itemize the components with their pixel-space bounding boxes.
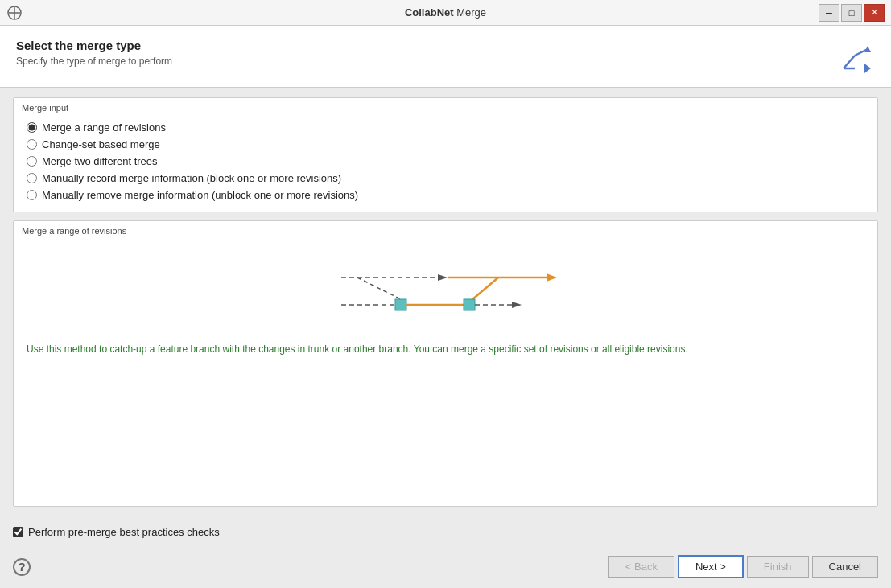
radio-label-3: Merge two different trees [42, 155, 158, 167]
svg-line-3 [844, 56, 855, 68]
next-button[interactable]: Next > [678, 555, 744, 578]
minimize-button[interactable]: ─ [819, 4, 839, 22]
footer-divider [13, 545, 878, 545]
back-button[interactable]: < Back [608, 556, 674, 578]
pre-merge-checkbox[interactable] [13, 527, 23, 537]
radio-label-2: Change-set based merge [42, 138, 160, 150]
radio-input-3[interactable] [27, 156, 37, 167]
restore-button[interactable]: □ [841, 4, 862, 22]
svg-marker-18 [512, 302, 522, 308]
svg-line-19 [357, 278, 401, 299]
diagram-panel: Merge a range of revisions [13, 220, 878, 507]
window-title: CollabNet Merge [0, 6, 891, 19]
pre-merge-checkbox-row[interactable]: Perform pre-merge best practices checks [13, 523, 878, 541]
header-section: Select the merge type Specify the type o… [0, 26, 891, 88]
svg-rect-14 [395, 299, 406, 310]
radio-input-1[interactable] [27, 122, 37, 133]
merge-input-label: Merge input [14, 98, 877, 116]
radio-label-4: Manually record merge information (block… [42, 172, 341, 184]
svg-marker-7 [864, 64, 871, 73]
title-bar: CollabNet Merge ─ □ ✕ [0, 0, 891, 26]
footer-area: Perform pre-merge best practices checks … [0, 516, 891, 588]
diagram-svg [309, 255, 583, 327]
header-title: Select the merge type [16, 39, 172, 52]
merge-icon [836, 39, 875, 77]
diagram-description: Use this method to catch-up a feature br… [14, 335, 877, 366]
finish-button[interactable]: Finish [747, 556, 809, 578]
radio-label-5: Manually remove merge information (unblo… [42, 189, 358, 201]
radio-option-1[interactable]: Merge a range of revisions [27, 119, 864, 136]
diagram-panel-label: Merge a range of revisions [14, 221, 877, 239]
merge-input-options: Merge a range of revisions Change-set ba… [14, 116, 877, 212]
svg-marker-6 [864, 46, 871, 52]
close-button[interactable]: ✕ [864, 4, 885, 22]
radio-option-5[interactable]: Manually remove merge information (unblo… [27, 187, 864, 204]
button-row: ? < Back Next > Finish Cancel [13, 549, 878, 582]
help-button[interactable]: ? [13, 558, 31, 576]
main-content: Select the merge type Specify the type o… [0, 26, 891, 588]
svg-marker-11 [547, 273, 557, 282]
body-area: Merge input Merge a range of revisions C… [0, 88, 891, 516]
radio-label-1: Merge a range of revisions [42, 121, 166, 134]
app-icon [6, 5, 23, 21]
header-subtitle: Specify the type of merge to perform [16, 56, 172, 67]
header-text: Select the merge type Specify the type o… [16, 39, 172, 67]
radio-input-2[interactable] [27, 139, 37, 150]
svg-rect-16 [464, 299, 475, 310]
radio-input-4[interactable] [27, 173, 37, 183]
merge-diagram [14, 239, 877, 335]
svg-marker-9 [438, 274, 448, 281]
radio-option-4[interactable]: Manually record merge information (block… [27, 170, 864, 187]
merge-input-panel: Merge input Merge a range of revisions C… [13, 97, 878, 212]
radio-input-5[interactable] [27, 190, 37, 200]
cancel-button[interactable]: Cancel [812, 556, 878, 578]
window-controls: ─ □ ✕ [819, 4, 885, 22]
radio-option-3[interactable]: Merge two different trees [27, 153, 864, 170]
radio-option-2[interactable]: Change-set based merge [27, 136, 864, 153]
pre-merge-label: Perform pre-merge best practices checks [28, 526, 220, 538]
